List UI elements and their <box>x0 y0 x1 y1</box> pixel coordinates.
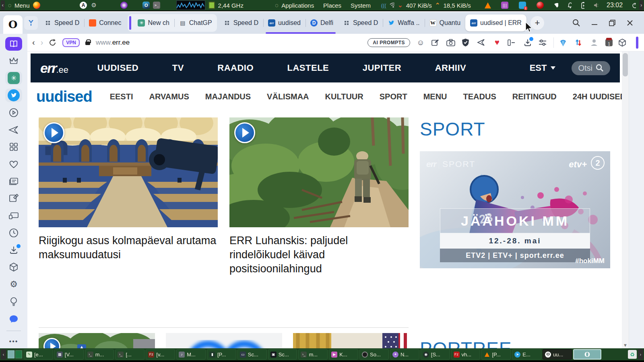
article-1-video-thumbnail[interactable] <box>39 117 218 227</box>
taskbar-window[interactable]: Fzvh... <box>451 349 481 360</box>
search-a-icon[interactable]: A <box>80 2 87 9</box>
language-selector[interactable]: EST <box>530 63 556 73</box>
nav-uudised[interactable]: UUDISED <box>97 63 139 73</box>
chip-icon[interactable] <box>208 2 215 9</box>
article-2[interactable]: ERR Luhanskis: paljudel rindelõikudel kä… <box>229 117 409 276</box>
tab-quantum[interactable]: WQuantu <box>425 15 465 31</box>
pulse-icon[interactable]: ||| <box>501 2 508 9</box>
mail-badge-icon[interactable]: 1 <box>519 2 526 9</box>
vlc-icon[interactable] <box>485 2 491 8</box>
search-button[interactable]: Otsi <box>572 61 610 75</box>
close-icon[interactable] <box>626 19 634 27</box>
menu-applications[interactable]: Applications <box>281 2 314 9</box>
shield-check-icon[interactable] <box>462 38 471 47</box>
lock-icon[interactable] <box>85 41 90 45</box>
reading-list-icon[interactable] <box>508 39 517 46</box>
taskbar-window[interactable]: ✦N... <box>390 349 419 360</box>
taskbar-window-active[interactable]: Ouu... <box>543 349 572 360</box>
wifi-signal-icon[interactable]: ((( <box>381 2 386 8</box>
article-biden-thumbnail[interactable] <box>293 333 409 348</box>
extensions-icon[interactable] <box>5 261 22 274</box>
subnav-eesti[interactable]: EESTI <box>110 92 133 101</box>
tune-icon[interactable] <box>538 39 548 47</box>
history-icon[interactable] <box>5 226 22 240</box>
taskbar-window[interactable]: So... <box>359 349 389 360</box>
grid-icon[interactable] <box>5 140 22 154</box>
messenger-icon[interactable] <box>5 312 22 326</box>
scrollbar-down-arrow[interactable]: ▼ <box>623 343 627 348</box>
taskbar-collapse-right[interactable]: › <box>638 349 643 360</box>
record-orb-icon[interactable] <box>537 2 544 9</box>
subnav-majandus[interactable]: MAJANDUS <box>205 92 251 101</box>
taskbar-window[interactable]: ◉[S... <box>421 349 450 360</box>
tab-chatgpt[interactable]: ▤ChatGP <box>174 15 217 31</box>
send-icon[interactable] <box>477 39 487 46</box>
menu-system[interactable]: System <box>351 2 371 9</box>
opera-launcher-highlighted[interactable]: O <box>573 349 601 360</box>
heart-icon[interactable]: ♥ <box>492 38 502 47</box>
taskbar-window[interactable]: ▶K... <box>329 349 358 360</box>
tab-search-icon[interactable] <box>572 19 580 27</box>
cpu-graph-icon[interactable] <box>176 0 205 10</box>
subnav-kultuur[interactable]: KULTUUR <box>325 92 363 101</box>
portree-heading[interactable]: PORTREE <box>420 338 512 348</box>
crown-icon[interactable] <box>5 54 22 68</box>
taskbar-window[interactable]: ›_m... <box>85 349 114 360</box>
menu-button[interactable]: Menu <box>14 2 30 9</box>
taskbar-window[interactable]: ▭Sc... <box>237 349 267 360</box>
address-url[interactable]: www.err.ee <box>96 39 130 47</box>
lightbulb-icon[interactable] <box>5 295 22 309</box>
chatgpt-icon[interactable]: ✳ <box>5 71 22 85</box>
tab-speed-dial-2[interactable]: Speed D <box>219 15 263 31</box>
subnav-sport[interactable]: SPORT <box>380 92 407 101</box>
article-1[interactable]: Riigikogu asus kolmapäeval arutama maksu… <box>39 117 218 262</box>
tab-speed-dial-1[interactable]: Speed D <box>39 15 84 31</box>
uudised-logo[interactable]: uudised <box>36 88 92 105</box>
camera-icon[interactable] <box>446 39 456 46</box>
article-2-title[interactable]: ERR Luhanskis: paljudel rindelõikudel kä… <box>229 234 409 276</box>
sport-banner[interactable]: 23 errSPORT etv+ 2 JÄÄHOKI MM 12.-28. ma… <box>420 151 610 268</box>
subnav-reitingud[interactable]: REITINGUD <box>512 92 557 101</box>
tab-connec[interactable]: Connec <box>84 15 126 31</box>
reload-icon[interactable] <box>49 39 57 47</box>
vpn-ext-icon[interactable] <box>559 39 569 47</box>
tab-uudised[interactable]: erruudised <box>263 15 305 31</box>
sidebar-toggle-bar[interactable] <box>636 37 638 49</box>
news-icon[interactable] <box>5 175 22 188</box>
play-icon[interactable] <box>43 122 64 143</box>
tor-icon[interactable] <box>120 2 128 9</box>
panel-collapse-right[interactable]: › <box>639 0 643 10</box>
bell-icon[interactable] <box>568 2 572 8</box>
download-icon[interactable] <box>523 39 533 47</box>
panel-collapse-left[interactable]: ‹ <box>1 0 5 10</box>
tab-uudised-err-active[interactable]: erruudised | ERR <box>465 14 526 31</box>
devices-icon[interactable] <box>5 209 22 222</box>
nav-lastele[interactable]: LASTELE <box>287 63 329 73</box>
play-circle-icon[interactable] <box>5 106 22 119</box>
menu-places[interactable]: Places <box>323 2 341 9</box>
tab-group-bar[interactable] <box>129 16 131 30</box>
back-icon[interactable]: ‹ <box>32 38 35 47</box>
taskbar-window[interactable]: ✎[e... <box>24 349 53 360</box>
workspace-switcher[interactable] <box>7 350 23 359</box>
power-icon[interactable] <box>632 2 636 8</box>
nav-tv[interactable]: TV <box>172 63 184 73</box>
forward-icon[interactable]: › <box>41 38 43 47</box>
clock[interactable]: 23:02 <box>607 2 623 9</box>
wifi-icon[interactable] <box>390 2 394 8</box>
workspace-icon[interactable] <box>24 16 38 30</box>
subnav-24h[interactable]: 24H UUDISED <box>573 92 622 101</box>
opera-icon[interactable]: O <box>142 2 150 9</box>
reading-list-icon[interactable] <box>5 37 22 51</box>
tab-new-chat[interactable]: ✳New ch <box>133 15 174 31</box>
volume-muted-icon[interactable] <box>594 2 598 8</box>
article-street-thumbnail[interactable] <box>39 333 155 348</box>
scrollbar-thumb[interactable] <box>623 53 628 76</box>
opera-menu-button[interactable]: O <box>3 15 23 34</box>
battery-icon[interactable] <box>581 2 584 9</box>
taskbar-window[interactable]: ›_[... <box>115 349 144 360</box>
taskbar-window[interactable]: [P... <box>481 349 511 360</box>
send-plane-icon[interactable] <box>5 123 22 137</box>
taskbar-window[interactable]: ➤E... <box>512 349 541 360</box>
taskbar-collapse-left[interactable]: ‹ <box>1 349 6 360</box>
